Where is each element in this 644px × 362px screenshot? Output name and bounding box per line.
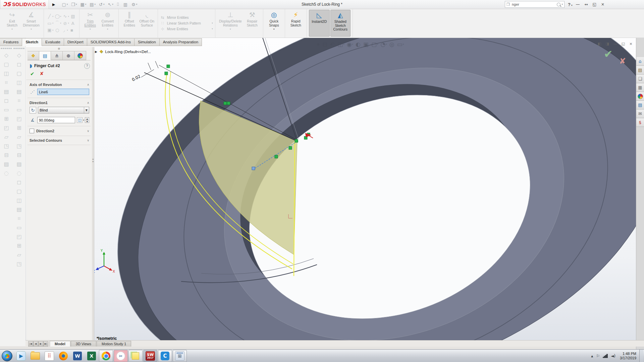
confirm-ok-icon[interactable]: ✔ [604,48,613,60]
toolbar-button[interactable]: ◰ [14,114,24,123]
offset-on-surface-button[interactable]: ◟ Offset On Surface [138,10,156,37]
trim-entities-button[interactable]: ✂ Trim Entities ▾ [82,10,99,37]
doc-window-button-close[interactable]: × [629,42,632,46]
toolbar-button[interactable]: ◇ [1,51,11,60]
doc-window-button-tile-left[interactable]: ◧ [598,42,601,46]
angle-caret-icon[interactable]: ▾ [83,119,85,122]
direction2-section[interactable]: Direction2 ∨ [26,126,92,136]
task-pane-button-home[interactable]: ⌂ [636,57,644,66]
command-tab-simulation[interactable]: Simulation [135,38,160,46]
taskbar-app-solidworks[interactable]: SW2017 [143,350,157,362]
search-scope-icon[interactable]: ❒ [506,2,510,7]
study-tab-3d-views[interactable]: 3D Views [71,341,96,347]
sketch-entity-button[interactable]: ◯▾ [54,14,62,19]
network-icon[interactable] [603,354,608,358]
toolbar-button[interactable]: ⌗ [1,78,11,87]
axis-selection-field[interactable]: Line6 [37,89,89,95]
volume-icon[interactable]: ◄) [611,354,615,358]
toolbar-button[interactable]: ◻ [14,60,24,69]
command-tab-dimxpert[interactable]: DimXpert [64,38,87,46]
toolbar-button[interactable]: ▨ [14,160,24,169]
sketch-entity-button[interactable]: ◞▾ [61,28,68,33]
toolbar-button[interactable]: ▤ [14,87,24,96]
view-tool-hide-show-items[interactable]: ◉▾ [347,41,353,48]
qa-button-undo[interactable]: ↺▾ [98,2,106,7]
toolbar-button[interactable]: ◌ [14,169,24,178]
toolbar-button[interactable]: ▱ [1,132,11,141]
toolbar-button[interactable]: ▤ [14,205,24,214]
toolbar-drag-handle[interactable]: ▪▪▪▪▪▪ [1,47,12,50]
manager-tab-dimxpert-manager[interactable]: ⊕ [63,51,74,60]
task-pane-button-resources[interactable]: $ [636,118,644,127]
qa-button-options[interactable]: ⚙▾ [130,2,139,7]
axis-of-revolution-section[interactable]: Axis of Revolution ∧ [26,80,92,88]
doc-window-button-minimize[interactable]: — [613,42,617,46]
toolbar-button[interactable]: ◻ [14,178,24,187]
tab-nav-button-first[interactable]: |◀ [28,341,33,347]
toolbar-button[interactable]: ▢ [14,187,24,196]
task-pane-button-custom-properties[interactable]: ▤ [636,101,644,109]
taskbar-app-app-grid[interactable]: ⠿ [42,350,56,362]
task-pane-button-forum[interactable]: ✉ [636,109,644,118]
manager-tab-configuration-manager[interactable]: ⋔ [51,51,63,60]
sketch-entity-button[interactable]: ▧ [70,14,76,19]
expand-chevron-icon[interactable]: ∨ [87,129,89,133]
selected-point-marker[interactable] [252,167,255,170]
toolbar-button[interactable]: ▭ [14,223,24,232]
qa-button-save[interactable]: ▦▾ [79,2,88,7]
pattern-row-linear-sketch-pattern[interactable]: ∷Linear Sketch Pattern▾ [160,21,213,26]
taskbar-app-calculator[interactable]: ⊞ [173,350,187,362]
shaded-sketch-contours-button[interactable]: ◭ Shaded Sketch Contours [330,10,351,37]
taskbar-app-sticky-notes[interactable] [128,350,143,362]
sketch-entity-button[interactable]: ▭▾ [47,21,54,26]
toolbar-button[interactable]: ▭ [1,105,11,114]
qa-button-new[interactable]: ▢▾ [60,2,69,7]
tab-nav-button-prev[interactable]: ◀ [33,341,38,347]
toolbar-button[interactable]: ⊞ [14,241,24,250]
toolbar-drag-handle[interactable]: ▪▪▪▪▪▪ [13,47,25,50]
tab-nav-button-last[interactable]: ▶| [43,341,48,347]
rapid-sketch-button[interactable]: ⚡ Rapid Sketch [287,10,305,37]
manager-tab-property-manager[interactable]: ▤ [39,51,51,60]
show-desktop-button[interactable] [639,350,643,362]
toolbar-button[interactable]: ◫ [1,69,11,78]
toolbar-button[interactable]: ◇ [14,51,24,60]
toolbar-button[interactable]: ▱ [14,132,24,141]
angle-spinner[interactable]: ▲▼ [85,117,89,123]
window-button-span-displays[interactable]: ↔ [585,2,588,7]
sketch-entity-button[interactable]: ▣▾ [47,28,54,33]
taskbar-app-explorer[interactable] [28,350,42,362]
toolbar-button[interactable]: ◌ [1,169,11,178]
repair-sketch-button[interactable]: ⚒ Repair Sketch [244,10,261,37]
qa-button-open[interactable]: ❒▾ [70,2,78,7]
dropdown-caret-icon[interactable]: ▼ [84,107,88,113]
tree-root-label[interactable]: Lock-Ring (Default<<Def... [105,50,151,54]
toolbar-button[interactable]: ◫ [14,196,24,205]
manager-tab-feature-manager[interactable]: ❖ [28,51,39,60]
hidden-icons-button[interactable]: ▴ [591,354,593,358]
search-input[interactable] [511,2,555,7]
exit-sketch-button[interactable]: ↪ Exit Sketch ▾ [3,10,21,37]
study-tab-model[interactable]: Model [50,341,70,347]
toolbar-button[interactable]: ◻ [1,96,11,105]
view-tool-visibility[interactable]: ◎ [389,41,395,48]
view-tool-section-view[interactable]: ◫▾ [337,41,344,48]
instant2d-button[interactable]: ◺ Instant2D [309,10,330,37]
pattern-row-mirror-entities[interactable]: ⇆Mirror Entities [160,15,213,20]
sketch-entity-button[interactable]: ∿▾ [62,14,70,19]
study-tab-motion-study-1[interactable]: Motion Study 1 [97,341,131,347]
panel-splitter[interactable]: ●● [92,47,94,340]
cancel-button[interactable]: ✘ [40,71,44,77]
toolbar-button[interactable]: ⊞ [14,123,24,132]
search-box[interactable]: ❒ ▾ [505,1,565,8]
qa-button-rebuild[interactable]: ⌷ [115,1,121,7]
direction1-section[interactable]: Direction1 ∧ [26,98,92,106]
command-tab-solidworks-add-ins[interactable]: SOLIDWORKS Add-Ins [87,38,135,46]
direction2-checkbox[interactable] [30,129,34,133]
taskbar-app-media-player[interactable]: ▶ [14,350,28,362]
task-pane-button-design-library[interactable]: ▤ [636,66,644,75]
toolbar-button[interactable]: ⊟ [14,150,24,160]
taskbar-app-word[interactable]: W [70,350,85,362]
taskbar-app-excel[interactable]: X [85,350,99,362]
pm-help-icon[interactable]: ? [84,63,90,69]
